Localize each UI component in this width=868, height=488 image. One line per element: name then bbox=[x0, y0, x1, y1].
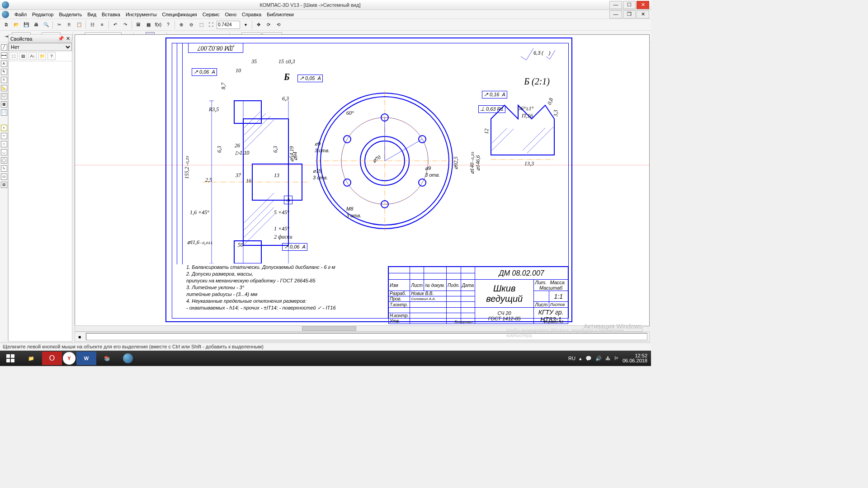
tray-up-icon[interactable]: ▴ bbox=[579, 356, 582, 361]
open-icon[interactable]: 📂 bbox=[12, 20, 21, 29]
menu-select[interactable]: Выделить bbox=[56, 11, 85, 18]
vars-icon[interactable]: ≡ bbox=[98, 20, 107, 29]
mdi-close-button[interactable]: ✕ bbox=[637, 10, 649, 19]
menubar: Файл Редактор Выделить Вид Вставка Инстр… bbox=[0, 10, 651, 19]
refresh-icon[interactable]: ⟲ bbox=[274, 20, 283, 29]
roughness-global: 6,3 ( ) bbox=[520, 47, 565, 61]
menu-edit[interactable]: Редактор bbox=[29, 11, 56, 18]
prop-btn4-icon[interactable]: 📁 bbox=[38, 52, 46, 60]
geom-icon[interactable]: ╱ bbox=[1, 44, 7, 51]
spec2-icon[interactable]: ▦ bbox=[1, 101, 7, 108]
ellipse-icon[interactable]: ◯ bbox=[1, 157, 7, 164]
task-explorer-icon[interactable]: 📁 bbox=[21, 352, 41, 365]
preview-icon[interactable]: 🔍 bbox=[42, 20, 51, 29]
redo-icon[interactable]: ↷ bbox=[121, 20, 130, 29]
zoom-out-icon[interactable]: ⊖ bbox=[187, 20, 196, 29]
titlebar: КОМПАС-3D V13 - [Шкив ->Системный вид] —… bbox=[0, 0, 651, 10]
select-icon[interactable]: ☐ bbox=[1, 93, 7, 99]
zoom-fit-icon[interactable]: ⛶ bbox=[207, 20, 216, 29]
close-button[interactable]: ✕ bbox=[637, 1, 649, 9]
drawing-canvas[interactable]: ДМ 08.02.007 6,3 ( ) Б Б (2:1) bbox=[75, 34, 650, 326]
lib-icon[interactable]: 🏛 bbox=[134, 20, 143, 29]
param2-icon[interactable]: ≡ bbox=[1, 77, 7, 83]
help-icon[interactable]: ? bbox=[164, 20, 173, 29]
new-icon[interactable]: 🗎 bbox=[2, 20, 11, 29]
arc-icon[interactable]: ◡ bbox=[1, 149, 7, 155]
copy-icon[interactable]: ⎘ bbox=[65, 20, 74, 29]
mdi-restore-button[interactable]: ❐ bbox=[623, 10, 636, 19]
tray-action-icon[interactable]: 💬 bbox=[585, 356, 592, 361]
tray-flag-icon[interactable]: 🏳 bbox=[614, 356, 619, 361]
prop-btn1-icon[interactable]: ⬚ bbox=[9, 52, 18, 60]
system-tray[interactable]: RU ▴ 💬 🔊 🖧 🏳 12:52 06.06.2018 bbox=[568, 353, 651, 363]
circle-icon[interactable]: ○ bbox=[1, 141, 7, 147]
prop-btn2-icon[interactable]: ▤ bbox=[19, 52, 27, 60]
task-opera-icon[interactable]: O bbox=[42, 352, 62, 365]
cut-icon[interactable]: ✂ bbox=[55, 20, 64, 29]
tray-lang[interactable]: RU bbox=[568, 356, 576, 361]
properties-select[interactable]: Нет bbox=[9, 43, 72, 51]
svg-line-7 bbox=[244, 116, 270, 142]
zoom-dropdown-icon[interactable]: ▾ bbox=[241, 20, 250, 29]
prop-btn3-icon[interactable]: A↓ bbox=[28, 52, 37, 60]
menu-insert[interactable]: Вставка bbox=[99, 11, 123, 18]
horizontal-scrollbar[interactable] bbox=[75, 325, 643, 332]
point-icon[interactable]: • bbox=[1, 125, 7, 131]
task-word-icon[interactable]: W bbox=[76, 352, 96, 365]
task-winrar-icon[interactable]: 📚 bbox=[97, 352, 117, 365]
tray-volume-icon[interactable]: 🔊 bbox=[595, 356, 602, 361]
svg-rect-37 bbox=[6, 359, 10, 362]
paste-icon[interactable]: 📋 bbox=[75, 20, 84, 29]
cmd-stop-icon[interactable]: ■ bbox=[75, 332, 84, 341]
hatch-icon[interactable]: ▨ bbox=[1, 182, 7, 188]
zoom-in-icon[interactable]: ⊕ bbox=[177, 20, 186, 29]
line-icon[interactable]: ─ bbox=[1, 133, 7, 139]
toolbar-main: 🗎 📂 💾 🖶 🔍 ✂ ⎘ 📋 ☷ ≡ ↶ ↷ 🏛 ▦ f(x) ? ⊕ ⊖ ⬚… bbox=[0, 19, 651, 31]
side-column bbox=[172, 43, 177, 264]
spline-icon[interactable]: ∿ bbox=[1, 165, 7, 172]
menu-libs[interactable]: Библиотеки bbox=[264, 11, 297, 18]
fx-icon[interactable]: f(x) bbox=[154, 20, 163, 29]
window-title: КОМПАС-3D V13 - [Шкив ->Системный вид] bbox=[12, 2, 609, 8]
task-yandex-icon[interactable]: Y bbox=[63, 352, 75, 365]
props-icon[interactable]: ☷ bbox=[88, 20, 97, 29]
rect-icon[interactable]: ▭ bbox=[1, 174, 7, 180]
rebuild-icon[interactable]: ⟳ bbox=[264, 20, 273, 29]
print-icon[interactable]: 🖶 bbox=[32, 20, 41, 29]
title-block: ДМ 08.02.007 ИзмЛист № докум.Подп.Дата Ш… bbox=[388, 266, 569, 319]
start-button[interactable] bbox=[0, 352, 20, 365]
left-toolbox: ╱ ⟷ A ✎ ≡ 📐 ☐ ▦ 📄 • ─ ○ ◡ ◯ ∿ ▭ ▨ bbox=[0, 42, 8, 341]
tray-date[interactable]: 06.06.2018 bbox=[623, 358, 647, 363]
minimize-button[interactable]: — bbox=[609, 1, 622, 9]
spec-icon[interactable]: ▦ bbox=[144, 20, 153, 29]
pan-icon[interactable]: ✥ bbox=[254, 20, 263, 29]
svg-line-12 bbox=[244, 215, 274, 244]
save-icon[interactable]: 💾 bbox=[22, 20, 31, 29]
edit-icon[interactable]: ✎ bbox=[1, 69, 7, 75]
menu-tools[interactable]: Инструменты bbox=[123, 11, 160, 18]
prop-btn5-icon[interactable]: ? bbox=[47, 52, 56, 60]
command-bar: ■ bbox=[75, 332, 650, 342]
dim-icon[interactable]: ⟷ bbox=[1, 52, 7, 59]
detail-scale-b: Б (2:1) bbox=[524, 76, 550, 87]
undo-icon[interactable]: ↶ bbox=[111, 20, 120, 29]
command-input[interactable] bbox=[86, 333, 647, 340]
tray-network-icon[interactable]: 🖧 bbox=[605, 356, 610, 361]
menu-help[interactable]: Справка bbox=[239, 11, 264, 18]
zoom-window-icon[interactable]: ⬚ bbox=[197, 20, 206, 29]
measure-icon[interactable]: 📐 bbox=[1, 85, 7, 91]
menu-window[interactable]: Окно bbox=[222, 11, 239, 18]
props-close-icon[interactable]: ✕ bbox=[66, 36, 70, 42]
menu-view[interactable]: Вид bbox=[85, 11, 99, 18]
menu-service[interactable]: Сервис bbox=[200, 11, 222, 18]
report-icon[interactable]: 📄 bbox=[1, 109, 7, 116]
props-pin-icon[interactable]: 📌 bbox=[58, 36, 64, 42]
menu-file[interactable]: Файл bbox=[12, 11, 29, 18]
maximize-button[interactable]: ☐ bbox=[623, 1, 636, 9]
svg-line-5 bbox=[244, 112, 260, 128]
mdi-minimize-button[interactable]: — bbox=[609, 10, 622, 19]
zoom-input[interactable] bbox=[217, 21, 240, 29]
designate-icon[interactable]: A bbox=[1, 61, 7, 67]
task-kompas-icon[interactable] bbox=[118, 352, 138, 365]
menu-spec[interactable]: Спецификация bbox=[160, 11, 200, 18]
